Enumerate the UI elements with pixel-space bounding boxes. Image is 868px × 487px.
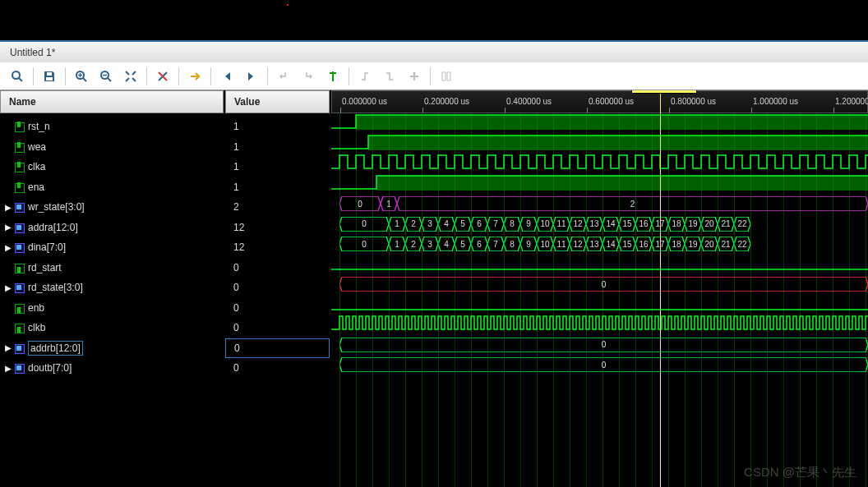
wave-addrb[interactable]: 0 <box>331 335 868 356</box>
wave-doutb[interactable]: 0 <box>331 355 868 375</box>
expand-icon[interactable]: ▶ <box>3 223 13 232</box>
bus-value: 20 <box>701 217 718 232</box>
bus-value: 8 <box>504 217 520 232</box>
remove-icon[interactable] <box>402 64 427 89</box>
unlink-icon[interactable] <box>150 64 175 89</box>
expand-icon[interactable]: ▶ <box>3 243 13 252</box>
expand-icon[interactable]: ▶ <box>3 364 13 373</box>
next-edge-icon[interactable] <box>296 64 321 89</box>
signal-value-dina[7:0][interactable]: 12 <box>225 237 330 258</box>
expand-icon[interactable]: ▶ <box>3 203 13 212</box>
signal-name-rd_start[interactable]: rd_start <box>0 258 224 278</box>
value-header[interactable]: Value <box>225 90 330 113</box>
signal-type-icon <box>13 342 25 354</box>
wave-ena[interactable] <box>331 174 868 195</box>
bus-value: 15 <box>619 217 635 232</box>
wave-clkb[interactable] <box>331 315 868 335</box>
wave-dina[interactable]: 012345678910111213141516171819202122 <box>331 234 868 255</box>
separator <box>33 67 34 85</box>
zoom-fit-icon[interactable] <box>118 64 143 89</box>
separator <box>430 67 431 85</box>
signal-name-ena[interactable]: ena <box>0 177 224 198</box>
bus-value: 14 <box>603 217 619 232</box>
signal-type-icon <box>13 161 25 172</box>
wave-addra[interactable]: 012345678910111213141516171819202122 <box>331 214 868 235</box>
svg-rect-3 <box>46 77 53 80</box>
signal-value-rd_state[3:0][interactable]: 0 <box>225 278 330 298</box>
bus-value: 7 <box>487 237 504 251</box>
toolbar <box>0 62 868 90</box>
signal-name-clkb[interactable]: clkb <box>0 318 224 338</box>
signal-value-clkb[interactable]: 0 <box>225 318 330 338</box>
bus-value: 0 <box>339 357 868 372</box>
signal-value-wr_state[3:0][interactable]: 2 <box>225 197 330 218</box>
wave-enb[interactable] <box>331 295 868 315</box>
signal-name-dina[7:0][interactable]: ▶dina[7:0] <box>0 237 224 258</box>
wave-rd_start[interactable] <box>331 255 868 275</box>
signal-value-addrb[12:0][interactable]: 0 <box>225 338 330 358</box>
wave-rd_state[interactable]: 0 <box>331 274 868 295</box>
top-black-bar <box>0 0 868 40</box>
marker-cursor[interactable] <box>660 90 661 487</box>
zoom-out-icon[interactable] <box>94 64 118 89</box>
signal-value-clka[interactable]: 1 <box>225 157 330 177</box>
bus-value: 11 <box>553 237 570 251</box>
signal-type-icon <box>13 282 25 293</box>
bus-value: 8 <box>504 237 520 251</box>
add-marker-icon[interactable] <box>321 64 345 89</box>
marker-label: 0.780000 us <box>631 90 697 94</box>
bus-value: 12 <box>570 237 586 251</box>
wave-rst_n[interactable] <box>331 113 868 134</box>
separator <box>146 67 147 85</box>
signal-value-ena[interactable]: 1 <box>225 177 330 198</box>
signal-name-rd_state[3:0][interactable]: ▶rd_state[3:0] <box>0 278 224 298</box>
signal-name-wea[interactable]: wea <box>0 137 224 158</box>
prev-trans-icon[interactable] <box>353 64 377 89</box>
ruler-tick: 1.200000 us <box>835 97 868 106</box>
tab-title[interactable]: Untitled 1* <box>10 47 55 58</box>
signal-value-rst_n[interactable]: 1 <box>225 117 330 137</box>
go-last-icon[interactable] <box>239 64 264 89</box>
tab-bar: Untitled 1* <box>0 40 868 62</box>
signal-value-addra[12:0][interactable]: 12 <box>225 218 330 238</box>
save-icon[interactable] <box>37 64 62 89</box>
signal-name-clka[interactable]: clka <box>0 157 224 177</box>
signal-value-doutb[7:0][interactable]: 0 <box>225 358 330 379</box>
search-icon[interactable] <box>5 64 30 89</box>
bus-value: 7 <box>487 217 504 232</box>
svg-line-9 <box>108 78 111 81</box>
signal-name-doutb[7:0][interactable]: ▶doutb[7:0] <box>0 358 224 379</box>
signal-name-enb[interactable]: enb <box>0 298 224 319</box>
signal-type-icon <box>13 262 25 273</box>
wave-clka[interactable] <box>331 154 868 174</box>
signal-name-addrb[12:0][interactable]: ▶addrb[12:0] <box>0 338 224 359</box>
bus-value: 2 <box>397 196 868 211</box>
signal-value-enb[interactable]: 0 <box>225 298 330 319</box>
expand-icon[interactable]: ▶ <box>3 283 13 292</box>
next-trans-icon[interactable] <box>377 64 402 89</box>
signal-label: enb <box>28 302 44 314</box>
signal-name-addra[12:0][interactable]: ▶addra[12:0] <box>0 218 224 238</box>
prev-edge-icon[interactable] <box>271 64 296 89</box>
go-first-icon[interactable] <box>215 64 239 89</box>
wave-wr_state[interactable]: 012 <box>331 194 868 214</box>
bus-value: 4 <box>438 217 455 232</box>
signal-label: rd_state[3:0] <box>28 282 83 293</box>
time-ruler[interactable]: 0.000000 us0.200000 us0.400000 us0.60000… <box>331 90 868 113</box>
signal-name-wr_state[3:0][interactable]: ▶wr_state[3:0] <box>0 197 224 218</box>
group-icon[interactable] <box>434 64 459 89</box>
signal-value-wea[interactable]: 1 <box>225 137 330 158</box>
zoom-in-icon[interactable] <box>69 64 94 89</box>
bus-value: 2 <box>405 237 422 251</box>
wave-wea[interactable] <box>331 134 868 154</box>
bus-value: 19 <box>685 217 701 232</box>
bus-value: 3 <box>422 217 438 232</box>
expand-icon[interactable]: ▶ <box>3 343 13 352</box>
signal-name-rst_n[interactable]: rst_n <box>0 117 224 137</box>
bus-value: 10 <box>537 237 553 251</box>
name-header[interactable]: Name <box>0 90 224 113</box>
bus-value: 1 <box>389 217 405 232</box>
waveform-area[interactable]: 0.780000 us 0.000000 us0.200000 us0.4000… <box>331 90 868 487</box>
goto-icon[interactable] <box>182 64 207 89</box>
signal-value-rd_start[interactable]: 0 <box>225 258 330 278</box>
